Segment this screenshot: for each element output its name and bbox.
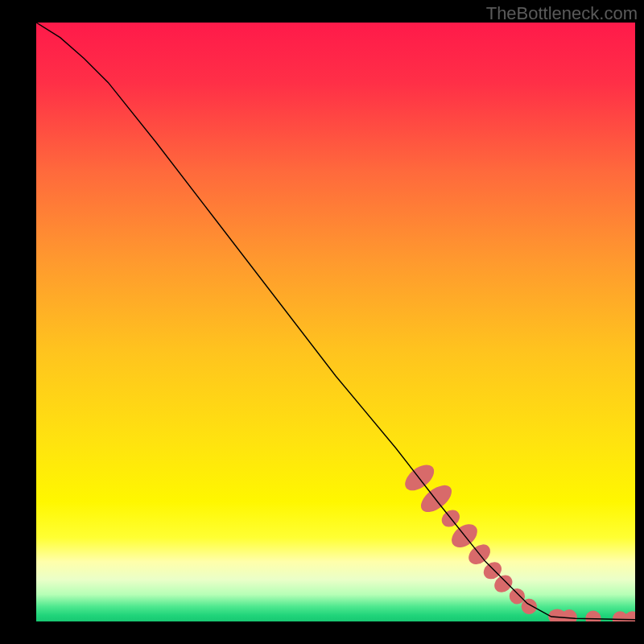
highlight-marker	[561, 609, 576, 621]
chart-curve	[36, 23, 635, 621]
watermark-label: TheBottleneck.com	[486, 3, 638, 24]
plot-area	[36, 23, 635, 621]
highlight-marker	[585, 611, 601, 621]
chart-container: TheBottleneck.com	[0, 0, 644, 644]
